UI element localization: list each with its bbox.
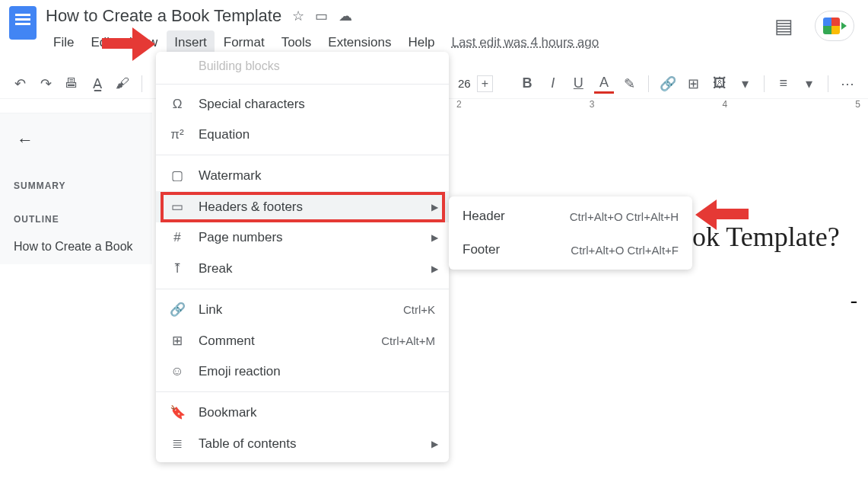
chevron-right-icon: ▶ bbox=[431, 439, 438, 449]
ruler-tick: 3 bbox=[590, 99, 595, 113]
menu-item-label: Link bbox=[199, 302, 222, 318]
shortcut-label: Ctrl+Alt+O Ctrl+Alt+H bbox=[570, 210, 679, 223]
chevron-right-icon: ▶ bbox=[431, 263, 438, 274]
menu-item-emoji[interactable]: ☺ Emoji reaction bbox=[156, 356, 449, 387]
paint-format-icon[interactable]: 🖌 bbox=[113, 74, 133, 94]
redo-icon[interactable]: ↷ bbox=[37, 74, 56, 94]
annotation-arrow-header bbox=[695, 200, 749, 230]
menu-item-bookmark[interactable]: 🔖 Bookmark bbox=[156, 397, 449, 428]
headers-footers-submenu: Header Ctrl+Alt+O Ctrl+Alt+H Footer Ctrl… bbox=[449, 196, 692, 270]
link-icon[interactable]: 🔗 bbox=[658, 74, 678, 94]
more-icon[interactable]: ⋯ bbox=[838, 74, 857, 94]
break-icon: ⤒ bbox=[170, 260, 185, 276]
insert-dropdown: Building blocks Ω Special characters π² … bbox=[156, 52, 449, 462]
ruler-tick: 4 bbox=[723, 99, 728, 113]
highlight-icon[interactable]: ✎ bbox=[620, 74, 640, 94]
shortcut-label: Ctrl+Alt+O Ctrl+Alt+F bbox=[571, 244, 679, 257]
menu-item-break[interactable]: ⤒ Break ▶ bbox=[156, 253, 449, 284]
menu-item-truncated[interactable]: Building blocks bbox=[156, 55, 449, 79]
menu-item-label: Comment bbox=[199, 334, 255, 349]
menu-item-label: Footer bbox=[463, 242, 500, 257]
menu-item-label: Bookmark bbox=[199, 405, 257, 420]
menu-item-equation[interactable]: π² Equation bbox=[156, 120, 449, 150]
italic-icon[interactable]: I bbox=[543, 74, 563, 94]
comments-icon[interactable]: ▤ bbox=[774, 14, 793, 38]
menu-item-comment[interactable]: ⊞ Comment Ctrl+Alt+M bbox=[156, 325, 449, 356]
menu-item-special-characters[interactable]: Ω Special characters bbox=[156, 89, 449, 120]
insert-comment-icon[interactable]: ⊞ bbox=[684, 74, 704, 94]
menu-item-label: Emoji reaction bbox=[199, 364, 281, 379]
doc-title[interactable]: How to Create a Book Template bbox=[46, 6, 281, 26]
outline-panel: ← SUMMARY OUTLINE How to Create a Book bbox=[0, 113, 152, 264]
menu-item-table-of-contents[interactable]: ≣ Table of contents ▶ bbox=[156, 428, 449, 459]
ruler-tick: 2 bbox=[456, 99, 462, 113]
outline-heading: OUTLINE bbox=[14, 214, 138, 225]
hash-icon: # bbox=[170, 230, 185, 245]
star-icon[interactable]: ☆ bbox=[292, 8, 304, 24]
meet-logo-icon bbox=[823, 18, 840, 34]
text-color-icon[interactable]: A bbox=[594, 74, 614, 94]
meet-button[interactable] bbox=[815, 11, 854, 41]
menu-item-label: Special characters bbox=[199, 97, 305, 112]
font-size-increase[interactable]: + bbox=[477, 75, 494, 92]
shortcut-label: Ctrl+Alt+M bbox=[381, 334, 435, 347]
chevron-down-icon[interactable]: ▾ bbox=[800, 74, 819, 94]
bold-icon[interactable]: B bbox=[517, 74, 537, 94]
spellcheck-icon[interactable]: A̲ bbox=[87, 74, 107, 94]
watermark-icon: ▢ bbox=[170, 168, 185, 184]
menu-item-label: Watermark bbox=[199, 168, 262, 184]
annotation-box bbox=[161, 192, 445, 222]
menu-item-page-numbers[interactable]: # Page numbers ▶ bbox=[156, 222, 449, 253]
font-size-input[interactable]: 26 bbox=[458, 77, 471, 90]
menu-item-label: Page numbers bbox=[199, 230, 283, 245]
pi-icon: π² bbox=[170, 127, 185, 142]
annotation-arrow-insert bbox=[102, 27, 155, 61]
menu-item-link[interactable]: 🔗 Link Ctrl+K bbox=[156, 294, 449, 325]
docs-logo-icon[interactable] bbox=[9, 6, 37, 40]
move-icon[interactable]: ▭ bbox=[315, 8, 328, 24]
toc-icon: ≣ bbox=[170, 436, 185, 452]
chevron-down-icon bbox=[841, 22, 847, 30]
menu-item-watermark[interactable]: ▢ Watermark bbox=[156, 160, 449, 191]
emoji-icon: ☺ bbox=[170, 364, 185, 379]
menu-item-label: Header bbox=[463, 209, 505, 224]
comment-icon: ⊞ bbox=[170, 333, 185, 349]
menu-item-label: Table of contents bbox=[199, 436, 297, 452]
link-icon: 🔗 bbox=[170, 302, 185, 318]
ruler-tick: 5 bbox=[855, 99, 860, 113]
chevron-down-icon[interactable]: ▾ bbox=[735, 74, 755, 94]
submenu-item-header[interactable]: Header Ctrl+Alt+O Ctrl+Alt+H bbox=[449, 200, 692, 233]
bookmark-icon: 🔖 bbox=[170, 404, 185, 420]
omega-icon: Ω bbox=[170, 97, 185, 112]
ruler: 2 3 4 5 bbox=[456, 99, 860, 113]
insert-image-icon[interactable]: 🖼 bbox=[710, 74, 730, 94]
shortcut-label: Ctrl+K bbox=[403, 303, 435, 316]
print-icon[interactable]: 🖶 bbox=[62, 74, 81, 94]
outline-item[interactable]: How to Create a Book bbox=[14, 240, 138, 254]
cloud-status-icon[interactable]: ☁ bbox=[339, 8, 352, 24]
doc-body-dash: - bbox=[851, 288, 857, 312]
last-edit-link[interactable]: Last edit was 4 hours ago bbox=[444, 30, 606, 55]
align-icon[interactable]: ≡ bbox=[774, 74, 793, 94]
menu-item-label: Equation bbox=[199, 127, 250, 142]
submenu-item-footer[interactable]: Footer Ctrl+Alt+O Ctrl+Alt+F bbox=[449, 233, 692, 267]
menu-item-label: Break bbox=[199, 261, 232, 276]
menu-file[interactable]: File bbox=[46, 30, 81, 55]
back-arrow-icon[interactable]: ← bbox=[17, 130, 138, 150]
undo-icon[interactable]: ↶ bbox=[11, 74, 30, 94]
underline-icon[interactable]: U bbox=[568, 74, 588, 94]
summary-heading: SUMMARY bbox=[14, 180, 138, 191]
chevron-right-icon: ▶ bbox=[431, 232, 438, 243]
